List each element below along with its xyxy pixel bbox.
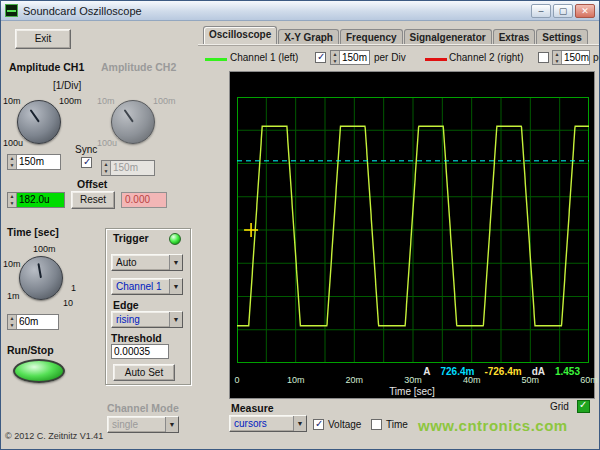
offset-ch2-value: 0.000: [121, 192, 167, 208]
x-tick: 50m: [522, 375, 540, 385]
offset-value-text: 182.0u: [17, 193, 64, 207]
maximize-icon[interactable]: ▢: [553, 4, 573, 18]
chevron-down-icon[interactable]: ▼: [169, 255, 182, 270]
run-stop-button[interactable]: [13, 359, 65, 383]
channel1-label: Channel 1 (left): [230, 52, 298, 63]
ch2-scale-10m: 10m: [97, 96, 115, 106]
title-bar[interactable]: Soundcard Oszilloscope – ▢ ✕: [1, 1, 599, 21]
ch2-scale-100m: 100m: [153, 96, 176, 106]
chevron-down-icon: ▼: [165, 417, 178, 432]
trigger-led: [169, 233, 181, 245]
voltage-checkbox[interactable]: [313, 419, 324, 430]
amplitude-ch1-value[interactable]: ▲▼ 150m: [7, 154, 61, 170]
oscilloscope-display[interactable]: A 726.4m -726.4m dA 1.453 010m20m30m40m5…: [229, 71, 595, 399]
app-icon: [5, 4, 18, 17]
grid-label: Grid: [550, 401, 569, 412]
reset-button[interactable]: Reset: [71, 191, 115, 209]
channel2-per-div-label: per Div: [593, 52, 600, 63]
app-window: Soundcard Oszilloscope – ▢ ✕ Exit Amplit…: [0, 0, 600, 450]
measure-mode-dropdown[interactable]: cursors ▼: [229, 415, 307, 432]
chevron-down-icon[interactable]: ▼: [169, 279, 182, 294]
spinner-arrows-icon[interactable]: ▲▼: [8, 315, 17, 329]
amplitude-ch1-label: Amplitude CH1: [9, 61, 84, 73]
offset-value[interactable]: ▲▼ 182.0u: [7, 192, 65, 208]
channel2-checkbox[interactable]: [538, 52, 549, 63]
time-scale-1m: 1m: [7, 291, 20, 301]
spinner-arrows-icon[interactable]: ▲▼: [8, 193, 17, 207]
time-measure-label: Time: [386, 419, 408, 430]
channel2-color-swatch: [425, 58, 447, 61]
tab-xy-graph[interactable]: X-Y Graph: [278, 29, 339, 45]
knob-needle: [30, 109, 40, 122]
tab-signalgenerator[interactable]: Signalgenerator: [404, 29, 492, 45]
grid-checkbox[interactable]: [577, 400, 590, 413]
channel-mode-label: Channel Mode: [107, 402, 179, 414]
x-tick: 40m: [463, 375, 481, 385]
x-tick: 60m: [580, 375, 598, 385]
knob-needle: [124, 109, 134, 122]
time-value[interactable]: ▲▼ 60m: [7, 314, 59, 330]
channel1-scale-text: 150m: [340, 51, 369, 64]
spinner-arrows-icon[interactable]: ▲▼: [331, 51, 340, 64]
sync-label: Sync: [75, 144, 97, 155]
channel-mode-dropdown: single ▼: [107, 416, 179, 433]
time-scale-10m: 10m: [3, 259, 21, 269]
spinner-arrows-icon: ▲▼: [102, 161, 111, 175]
trigger-edge-dropdown[interactable]: rising ▼: [111, 311, 183, 328]
tab-frequency[interactable]: Frequency: [340, 29, 403, 45]
spinner-arrows-icon[interactable]: ▲▼: [553, 51, 562, 64]
close-icon[interactable]: ✕: [575, 4, 595, 18]
exit-button[interactable]: Exit: [15, 29, 71, 49]
run-stop-label: Run/Stop: [7, 344, 54, 356]
ch1-scale-100m: 100m: [59, 96, 82, 106]
channel1-scale-value[interactable]: ▲▼ 150m: [330, 50, 370, 65]
auto-set-button[interactable]: Auto Set: [113, 364, 175, 381]
time-scale-100m: 100m: [33, 244, 56, 254]
x-tick: 20m: [346, 375, 364, 385]
channel2-scale-text: 150m: [562, 51, 589, 64]
channel1-checkbox[interactable]: [315, 52, 326, 63]
trigger-source-value: Channel 1: [116, 281, 169, 292]
channel2-scale-value[interactable]: ▲▼ 150m: [552, 50, 590, 65]
amplitude-ch2-value: ▲▼ 150m: [101, 160, 155, 176]
tab-content-edge: [198, 44, 600, 46]
measure-mode-value: cursors: [234, 418, 293, 429]
x-axis-label: Time [sec]: [230, 386, 594, 397]
tab-settings[interactable]: Settings: [536, 29, 587, 45]
watermark-text: www.cntronics.com: [418, 417, 568, 434]
tab-bar: Oscilloscope X-Y Graph Frequency Signalg…: [203, 26, 589, 45]
channel2-label: Channel 2 (right): [449, 52, 523, 63]
time-knob[interactable]: [19, 256, 63, 300]
waveform-plot[interactable]: [237, 97, 589, 363]
threshold-input[interactable]: [111, 344, 169, 359]
voltage-label: Voltage: [328, 419, 361, 430]
threshold-label: Threshold: [111, 332, 162, 344]
minimize-icon[interactable]: –: [531, 4, 551, 18]
spinner-arrows-icon[interactable]: ▲▼: [8, 155, 17, 169]
chevron-down-icon[interactable]: ▼: [293, 416, 306, 431]
amplitude-ch2-knob[interactable]: [111, 100, 155, 144]
time-checkbox[interactable]: [371, 419, 382, 430]
channel1-per-div-label: per Div: [374, 52, 406, 63]
trigger-mode-dropdown[interactable]: Auto ▼: [111, 254, 183, 271]
edge-label: Edge: [113, 299, 139, 311]
amplitude-ch1-knob[interactable]: [17, 100, 61, 144]
channel1-color-swatch: [205, 58, 227, 61]
offset-label: Offset: [77, 178, 107, 190]
x-tick: 30m: [404, 375, 422, 385]
time-value-text: 60m: [17, 315, 58, 329]
tab-oscilloscope[interactable]: Oscilloscope: [203, 26, 277, 45]
x-tick: 10m: [287, 375, 305, 385]
sync-checkbox[interactable]: [81, 157, 92, 168]
time-scale-1: 1: [71, 283, 76, 293]
tab-extras[interactable]: Extras: [493, 29, 536, 45]
trigger-source-dropdown[interactable]: Channel 1 ▼: [111, 278, 183, 295]
ch2-scale-100u: 100u: [97, 138, 117, 148]
chevron-down-icon[interactable]: ▼: [169, 312, 182, 327]
ch1-scale-10m: 10m: [3, 96, 21, 106]
ch1-scale-100u: 100u: [3, 138, 23, 148]
knob-needle: [37, 263, 42, 278]
copyright-text: © 2012 C. Zeitnitz V1.41: [5, 431, 103, 441]
amplitude-ch2-value-text: 150m: [111, 161, 154, 175]
measure-label: Measure: [231, 402, 274, 414]
